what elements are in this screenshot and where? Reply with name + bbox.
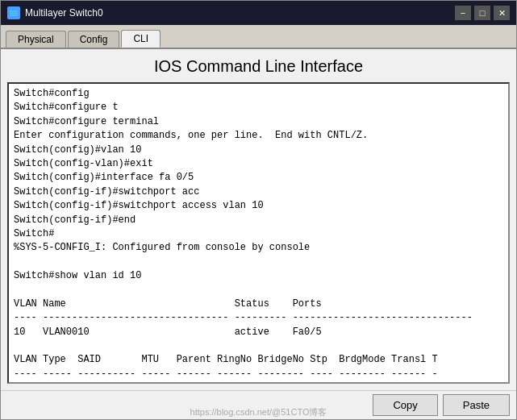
minimize-button[interactable]: −	[455, 6, 471, 20]
terminal-output[interactable]: Switch#config Switch#configure t Switch#…	[14, 87, 503, 382]
window-controls: − □ ✕	[455, 6, 510, 20]
main-window: Multilayer Switch0 − □ ✕ Physical Config…	[0, 0, 517, 420]
page-title: IOS Command Line Interface	[1, 49, 516, 82]
window-title: Multilayer Switch0	[25, 7, 103, 19]
watermark: https://blog.csdn.net/@51CTO博客	[190, 406, 327, 418]
title-bar: Multilayer Switch0 − □ ✕	[1, 1, 516, 25]
maximize-button[interactable]: □	[474, 6, 490, 20]
copy-button[interactable]: Copy	[373, 394, 437, 416]
terminal-scroll-area[interactable]: Switch#config Switch#configure t Switch#…	[9, 84, 508, 382]
svg-rect-1	[10, 13, 18, 15]
app-icon	[7, 6, 20, 19]
title-bar-left: Multilayer Switch0	[7, 6, 103, 19]
close-button[interactable]: ✕	[494, 6, 510, 20]
tab-bar: Physical Config CLI	[1, 25, 516, 49]
tab-physical[interactable]: Physical	[6, 31, 66, 48]
terminal-container: Switch#config Switch#configure t Switch#…	[7, 82, 510, 384]
tab-config[interactable]: Config	[68, 31, 120, 48]
paste-button[interactable]: Paste	[443, 394, 510, 416]
svg-rect-2	[10, 15, 18, 16]
tab-cli[interactable]: CLI	[121, 30, 161, 48]
bottom-bar: https://blog.csdn.net/@51CTO博客 Copy Past…	[1, 390, 516, 419]
svg-rect-0	[10, 10, 18, 12]
